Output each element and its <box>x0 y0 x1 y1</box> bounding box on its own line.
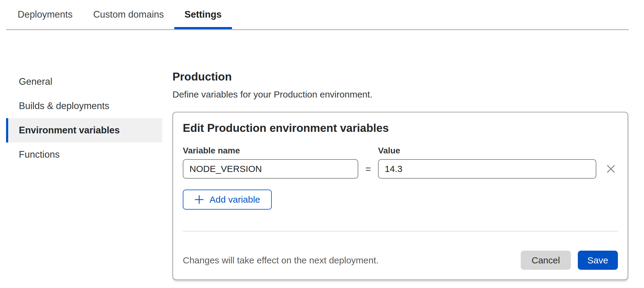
sidebar-item-environment-variables[interactable]: Environment variables <box>6 118 162 142</box>
save-button[interactable]: Save <box>578 251 618 270</box>
settings-content: Production Define variables for your Pro… <box>172 70 628 280</box>
add-variable-label: Add variable <box>210 194 260 205</box>
tab-settings[interactable]: Settings <box>174 0 232 29</box>
variable-row: Variable name Value = <box>183 146 618 179</box>
environment-variables-card: Edit Production environment variables Va… <box>172 112 628 280</box>
footer-actions: Cancel Save <box>521 251 618 270</box>
section-title: Production <box>172 70 628 84</box>
value-label: Value <box>378 146 596 156</box>
card-footer-divider <box>183 231 618 231</box>
tab-custom-domains[interactable]: Custom domains <box>83 0 174 29</box>
sidebar-item-general[interactable]: General <box>6 70 162 94</box>
variable-name-label: Variable name <box>183 146 358 156</box>
card-footer: Changes will take effect on the next dep… <box>183 251 618 270</box>
settings-sidebar: General Builds & deployments Environment… <box>6 70 162 167</box>
tab-deployments[interactable]: Deployments <box>7 0 83 29</box>
sidebar-item-builds-deployments[interactable]: Builds & deployments <box>6 94 162 118</box>
card-title: Edit Production environment variables <box>183 121 618 135</box>
equals-sign: = <box>365 163 371 175</box>
cancel-button[interactable]: Cancel <box>521 251 571 270</box>
plus-icon <box>194 195 204 204</box>
remove-variable-button[interactable] <box>604 162 618 176</box>
add-variable-button[interactable]: Add variable <box>183 190 272 210</box>
variable-name-input[interactable] <box>183 159 358 179</box>
sidebar-item-functions[interactable]: Functions <box>6 142 162 167</box>
section-description: Define variables for your Production env… <box>172 89 628 100</box>
close-icon <box>606 164 616 174</box>
tab-bar-divider <box>6 29 629 30</box>
variable-value-input[interactable] <box>378 159 596 179</box>
footer-note: Changes will take effect on the next dep… <box>183 255 379 266</box>
project-tab-bar: Deployments Custom domains Settings <box>7 0 232 29</box>
